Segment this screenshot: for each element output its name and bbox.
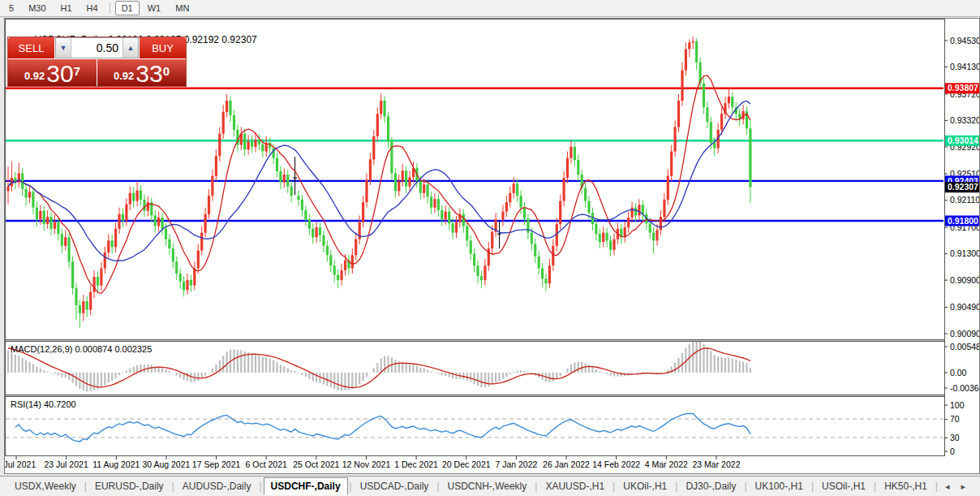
tab-hk50-h1[interactable]: HK50-,H1: [878, 478, 934, 494]
price-tick-label: 0.93320: [950, 115, 979, 125]
volume-stepper: ▼ 0.50 ▲: [55, 37, 139, 58]
tab-usoil-h1[interactable]: USOil-,H1: [815, 478, 872, 494]
date-tick-label: 17 Sep 2021: [192, 459, 241, 469]
timeframe-button-MN[interactable]: MN: [169, 1, 196, 15]
price-badge-label: 0.91800: [948, 216, 978, 226]
rsi-indicator-label: RSI(14) 40.7200: [11, 399, 76, 409]
date-tick-label: 5 Jul 2021: [5, 459, 36, 469]
price-badge-label: 0.92307: [948, 182, 978, 192]
hline-layer[interactable]: [6, 88, 943, 221]
timeframe-button-5[interactable]: 5: [2, 1, 20, 15]
tab-eurusd-daily[interactable]: EURUSD-,Daily: [88, 478, 170, 494]
tab-ukoil-h1[interactable]: UKOil-,H1: [617, 478, 673, 494]
rsi-pane: [6, 413, 943, 442]
rsi-tick-label: 30: [950, 433, 960, 442]
sell-price-pips: 30: [46, 63, 73, 84]
tab-separator: |: [675, 481, 677, 492]
date-tick-label: 4 Mar 2022: [645, 459, 688, 469]
timeframe-button-H1[interactable]: H1: [54, 1, 79, 15]
timeframe-button-W1[interactable]: W1: [141, 1, 168, 15]
toolbar-separator: [110, 2, 110, 14]
sell-price-point: 7: [74, 59, 80, 84]
volume-increase-icon[interactable]: ▲: [122, 38, 138, 58]
macd-signal-line: [8, 348, 750, 388]
price-badge-label: 0.93014: [948, 136, 978, 145]
tab-usdx-weekly[interactable]: USDX,Weekly: [8, 478, 83, 494]
date-tick-label: 23 Jul 2021: [44, 459, 88, 469]
price-badge-label: 0.93807: [948, 83, 978, 93]
rsi-tick-label: 100: [950, 400, 965, 410]
sell-price-display[interactable]: 0.92 30 7: [8, 59, 97, 86]
tab-usdcnh-weekly[interactable]: USDCNH-,Weekly: [441, 478, 534, 494]
timeframe-button-D1[interactable]: D1: [115, 1, 140, 15]
price-tick-label: 0.90490: [950, 302, 979, 312]
tab-usdcad-daily[interactable]: USDCAD-,Daily: [354, 478, 436, 494]
timeframe-toolbar: 5M30H1H4D1W1MN: [0, 0, 980, 17]
date-tick-label: 26 Jan 2022: [543, 459, 590, 469]
symbol-tab-bar: USDX,Weekly|EURUSD-,Daily|AUDUSD-,Daily|…: [0, 476, 980, 496]
tab-separator: |: [436, 481, 439, 492]
price-tick-label: 0.94130: [950, 62, 979, 71]
one-click-trade-panel: SELL ▼ 0.50 ▲ BUY 0.92 30 7 0.92 33 0: [7, 37, 187, 87]
macd-indicator-label: MACD(12,26,9) 0.000874 0.002325: [11, 344, 152, 354]
macd-tick-label: -0.003641: [950, 383, 979, 393]
tab-separator: |: [811, 481, 814, 492]
rsi-tick-label: 0: [950, 446, 955, 456]
date-tick-label: 30 Aug 2021: [142, 459, 190, 469]
scroll-tabs-left-icon[interactable]: ◂: [939, 481, 956, 492]
price-tick-label: 0.92110: [950, 195, 979, 205]
tab-xauusd-h1[interactable]: XAUUSD-,H1: [539, 478, 611, 494]
volume-input[interactable]: 0.50: [71, 38, 122, 58]
date-tick-label: 25 Oct 2021: [293, 459, 339, 469]
sell-price-base: 0.92: [24, 68, 45, 84]
tab-uk100-h1[interactable]: UK100-,H1: [749, 478, 810, 494]
macd-tick-label: 0.005489: [950, 342, 979, 352]
price-tick-label: 0.90900: [950, 275, 979, 285]
price-tick-label: 0.90090: [950, 329, 979, 339]
price-tick-label: 0.94530: [950, 36, 979, 45]
tab-separator: |: [935, 481, 938, 492]
tab-separator: |: [744, 481, 746, 492]
terminal-window: 5M30H1H4D1W1MN 0.945300.941300.937200.93…: [0, 0, 980, 496]
date-tick-label: 12 Nov 2021: [342, 459, 391, 469]
tab-audusd-daily[interactable]: AUDUSD-,Daily: [176, 478, 258, 494]
buy-button[interactable]: BUY: [140, 37, 186, 58]
timeframe-button-M30[interactable]: M30: [22, 1, 52, 15]
tab-separator: |: [259, 481, 261, 492]
date-tick-label: 23 Mar 2022: [693, 459, 741, 469]
scroll-tabs-right-icon[interactable]: ▸: [956, 481, 972, 492]
chart-canvas[interactable]: 0.945300.941300.937200.933200.929200.925…: [5, 19, 979, 473]
sell-button[interactable]: SELL: [8, 37, 54, 58]
date-tick-label: 20 Dec 2021: [442, 459, 491, 469]
date-tick-label: 6 Oct 2021: [246, 459, 288, 469]
chart-window: 0.945300.941300.937200.933200.929200.925…: [4, 18, 980, 474]
buy-price-pips: 33: [135, 63, 162, 84]
moving-average-layer: [8, 75, 750, 294]
tab-separator: |: [874, 481, 876, 492]
buy-price-base: 0.92: [114, 68, 134, 84]
buy-price-display[interactable]: 0.92 33 0: [97, 59, 186, 86]
tab-separator: |: [172, 481, 174, 492]
tab-usdchf-daily[interactable]: USDCHF-,Daily: [264, 477, 348, 495]
volume-decrease-icon[interactable]: ▼: [56, 38, 71, 58]
buy-price-point: 0: [163, 59, 170, 84]
timeframe-button-H4[interactable]: H4: [80, 1, 105, 15]
tab-separator: |: [535, 481, 537, 492]
date-tick-label: 7 Jan 2022: [495, 459, 537, 469]
date-tick-label: 1 Dec 2021: [394, 459, 438, 469]
tab-separator: |: [84, 481, 87, 492]
price-tick-label: 0.91300: [950, 248, 979, 258]
tab-separator: |: [350, 481, 352, 492]
tab-separator: |: [612, 481, 615, 492]
macd-tick-label: 0.00: [950, 368, 967, 377]
date-tick-label: 14 Feb 2022: [592, 459, 640, 469]
date-tick-label: 11 Aug 2021: [92, 459, 140, 469]
tab-dj30-daily[interactable]: DJ30-,Daily: [679, 478, 742, 494]
rsi-tick-label: 70: [950, 414, 960, 424]
